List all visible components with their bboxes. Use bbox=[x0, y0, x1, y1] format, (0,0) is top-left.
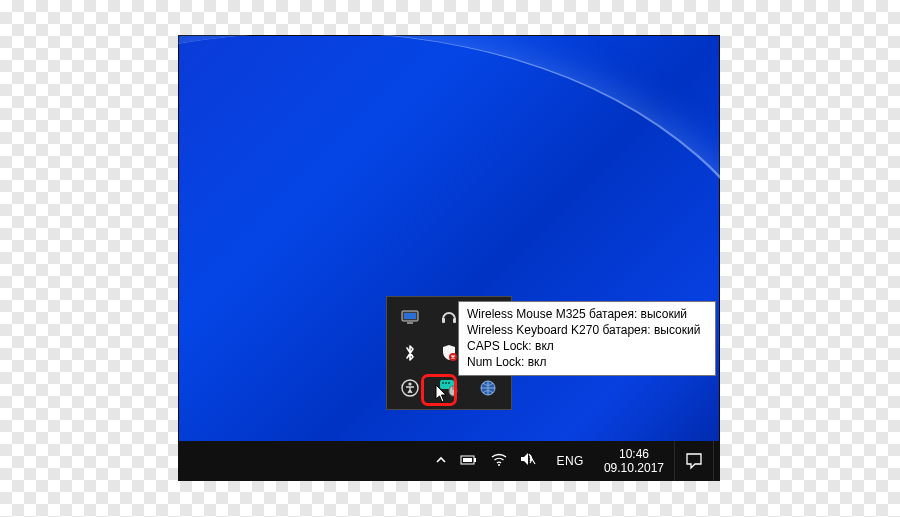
taskbar-tray bbox=[435, 452, 546, 470]
tray-chevron-up[interactable] bbox=[435, 452, 447, 470]
svg-rect-9 bbox=[442, 382, 444, 384]
tooltip-line: CAPS Lock: вкл bbox=[467, 338, 707, 354]
taskbar-network[interactable] bbox=[491, 452, 507, 470]
logitech-icon bbox=[439, 379, 459, 397]
tooltip-line: Wireless Mouse M325 батарея: высокий bbox=[467, 306, 707, 322]
svg-point-18 bbox=[498, 464, 500, 466]
battery-icon bbox=[460, 454, 478, 466]
svg-rect-4 bbox=[453, 318, 456, 323]
svg-rect-11 bbox=[448, 382, 450, 384]
taskbar-volume[interactable] bbox=[520, 452, 536, 470]
taskbar: ENG 10:46 09.10.2017 bbox=[178, 441, 720, 481]
show-desktop-button[interactable] bbox=[713, 441, 720, 481]
svg-rect-16 bbox=[474, 458, 476, 462]
tray-item-bluetooth[interactable] bbox=[391, 336, 430, 371]
tooltip-line: Wireless Keyboard K270 батарея: высокий bbox=[467, 322, 707, 338]
bluetooth-icon bbox=[403, 344, 417, 362]
headset-icon bbox=[440, 309, 458, 327]
taskbar-clock[interactable]: 10:46 09.10.2017 bbox=[594, 447, 674, 475]
chevron-up-icon bbox=[435, 454, 447, 466]
tooltip-line: Num Lock: вкл bbox=[467, 354, 707, 370]
shield-alert-icon bbox=[440, 344, 458, 362]
svg-rect-10 bbox=[445, 382, 447, 384]
desktop-screenshot: Wireless Mouse M325 батарея: высокий Wir… bbox=[178, 35, 720, 481]
logitech-tooltip: Wireless Mouse M325 батарея: высокий Wir… bbox=[458, 301, 716, 376]
taskbar-battery[interactable] bbox=[460, 452, 478, 470]
clock-time: 10:46 bbox=[604, 447, 664, 461]
tray-item-accessibility[interactable] bbox=[391, 370, 430, 405]
svg-rect-1 bbox=[404, 313, 416, 319]
volume-icon bbox=[520, 452, 536, 466]
svg-rect-17 bbox=[463, 458, 472, 462]
language-indicator[interactable]: ENG bbox=[546, 454, 594, 468]
wifi-icon bbox=[491, 452, 507, 466]
action-center-button[interactable] bbox=[674, 441, 713, 481]
monitor-icon bbox=[401, 310, 419, 326]
action-center-icon bbox=[685, 452, 703, 470]
svg-rect-2 bbox=[407, 322, 413, 324]
clock-date: 09.10.2017 bbox=[604, 461, 664, 475]
tray-item-monitor[interactable] bbox=[391, 301, 430, 336]
globe-icon bbox=[479, 379, 497, 397]
svg-point-7 bbox=[409, 382, 412, 385]
svg-rect-3 bbox=[442, 318, 445, 323]
keyboard-assist-icon bbox=[401, 379, 419, 397]
page-root: Wireless Mouse M325 батарея: высокий Wir… bbox=[0, 0, 900, 517]
